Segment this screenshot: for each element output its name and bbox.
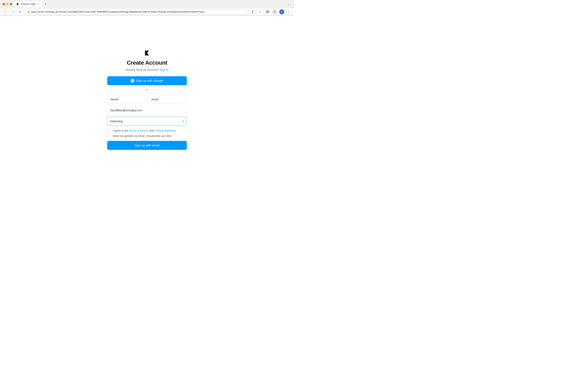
google-button-label: Sign up with Google — [136, 79, 163, 82]
terms-checkbox[interactable] — [107, 129, 111, 132]
name-row — [107, 95, 187, 104]
address-bar[interactable]: 🔒 login.framer.com/sign-up/?invite=11b14… — [25, 9, 248, 15]
svg-rect-1 — [268, 11, 269, 12]
new-tab-button[interactable]: + — [43, 2, 48, 7]
updates-label: Send me updates via email. Unsubscribe a… — [112, 134, 172, 137]
minimize-button[interactable] — [6, 3, 9, 5]
sidebar-icon[interactable] — [272, 9, 278, 15]
signin-link[interactable]: Sign in — [159, 68, 168, 71]
divider-line-left — [107, 90, 143, 90]
close-button[interactable] — [2, 3, 5, 5]
refresh-button[interactable]: ↻ — [17, 9, 23, 15]
tab-bar: Framer Login × + — [14, 1, 268, 7]
updates-checkbox[interactable] — [107, 134, 111, 138]
svg-rect-3 — [268, 12, 269, 13]
terms-prefix: I agree to the — [112, 129, 128, 132]
google-icon: G — [131, 79, 134, 83]
browser-chrome: Framer Login × + ⌄ ← → ↻ 🔒 login.framer.… — [0, 0, 294, 16]
tab-title: Framer Login — [21, 3, 35, 6]
bookmark-icon[interactable]: ☆ — [257, 9, 263, 15]
google-signup-button[interactable]: G Sign up with Google — [107, 76, 187, 85]
active-tab[interactable]: Framer Login × — [14, 1, 42, 7]
maximize-button[interactable] — [10, 3, 12, 5]
framer-logo — [144, 50, 150, 56]
menu-icon[interactable]: ⋮ — [286, 9, 292, 15]
forward-button[interactable]: → — [10, 9, 16, 15]
framer-tab-icon — [16, 3, 19, 6]
terms-label: I agree to the Terms of Service and Priv… — [112, 129, 176, 132]
divider-line-right — [151, 90, 187, 90]
divider-text: or — [146, 89, 148, 92]
page-title: Create Account — [127, 59, 167, 66]
signin-prompt-text: Already have an account? — [126, 68, 159, 71]
svg-rect-2 — [266, 12, 267, 13]
email-input[interactable] — [107, 106, 187, 115]
title-bar: Framer Login × + ⌄ — [0, 0, 294, 8]
email-signup-button[interactable]: Sign up with email — [107, 141, 187, 150]
divider: or — [107, 89, 187, 92]
svg-rect-4 — [274, 11, 276, 13]
traffic-lights — [2, 3, 12, 5]
page-content: Create Account Already have an account? … — [0, 16, 294, 184]
extensions-icon[interactable] — [265, 9, 270, 15]
share-icon[interactable] — [250, 9, 256, 15]
nav-actions: ☆ S ⋮ — [250, 9, 292, 15]
updates-checkbox-row: Send me updates via email. Unsubscribe a… — [107, 134, 187, 138]
terms-link[interactable]: Terms of Service — [129, 129, 149, 132]
profile-avatar[interactable]: S — [279, 9, 284, 14]
back-button[interactable]: ← — [2, 9, 8, 15]
form-container: Create Account Already have an account? … — [107, 50, 187, 150]
role-select[interactable]: Marketing Design Engineering Product Oth… — [107, 117, 187, 126]
svg-rect-0 — [266, 11, 267, 12]
last-name-input[interactable] — [148, 95, 187, 104]
terms-and: and — [149, 129, 154, 132]
privacy-link[interactable]: Privacy Statement — [155, 129, 176, 132]
nav-bar: ← → ↻ 🔒 login.framer.com/sign-up/?invite… — [0, 8, 294, 16]
window-expand-icon[interactable]: ⌄ — [286, 1, 292, 7]
signin-prompt: Already have an account? Sign in — [126, 68, 168, 71]
lock-icon: 🔒 — [27, 10, 30, 13]
role-select-wrapper: Marketing Design Engineering Product Oth… — [107, 117, 187, 126]
terms-checkbox-row: I agree to the Terms of Service and Priv… — [107, 129, 187, 132]
tab-close-btn[interactable]: × — [37, 3, 40, 6]
url-text: login.framer.com/sign-up/?invite=11b14d6… — [31, 10, 246, 13]
first-name-input[interactable] — [107, 95, 146, 104]
